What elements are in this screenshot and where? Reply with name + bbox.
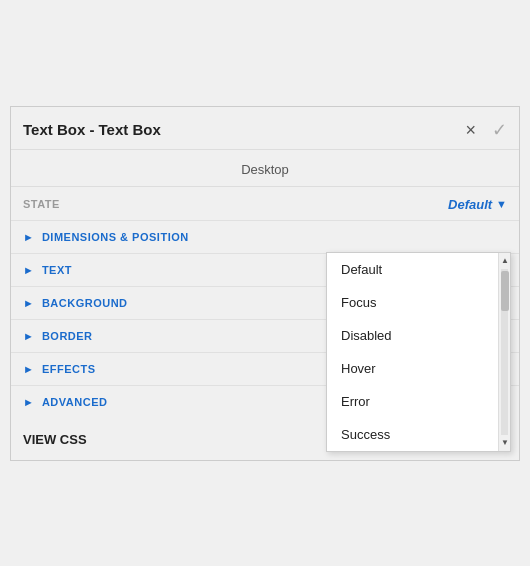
chevron-right-icon: ► [23,264,34,276]
panel-title: Text Box - Text Box [23,121,161,138]
section-label-background: BACKGROUND [42,297,128,309]
state-section-label: STATE [23,198,60,210]
dropdown-item-hover[interactable]: Hover [327,352,498,385]
state-row: STATE Default ▼ [11,187,519,220]
chevron-right-icon: ► [23,231,34,243]
section-label-text: TEXT [42,264,72,276]
close-button[interactable]: × [465,121,476,139]
device-label: Desktop [241,162,289,177]
dropdown-item-disabled[interactable]: Disabled [327,319,498,352]
scrollbar-track [501,269,508,435]
dropdown-scrollbar: ▲ ▼ [498,253,510,451]
section-label-effects: EFFECTS [42,363,96,375]
dropdown-item-success[interactable]: Success [327,418,498,451]
properties-panel: Text Box - Text Box × ✓ Desktop STATE De… [10,106,520,461]
dropdown-item-focus[interactable]: Focus [327,286,498,319]
section-dimensions[interactable]: ► DIMENSIONS & POSITION [11,220,519,253]
section-label-dimensions: DIMENSIONS & POSITION [42,231,189,243]
dropdown-content: Default Focus Disabled Hover Error Succe… [327,253,498,451]
scrollbar-thumb [501,271,509,311]
chevron-right-icon: ► [23,330,34,342]
chevron-down-icon: ▼ [496,198,507,210]
state-dropdown-overlay: Default Focus Disabled Hover Error Succe… [326,252,511,452]
panel-header: Text Box - Text Box × ✓ [11,107,519,150]
scrollbar-up-button[interactable]: ▲ [499,253,511,269]
header-actions: × ✓ [465,121,507,139]
dropdown-item-error[interactable]: Error [327,385,498,418]
device-bar: Desktop [11,150,519,187]
state-selected-value: Default [448,197,492,212]
dropdown-item-default[interactable]: Default [327,253,498,286]
chevron-right-icon: ► [23,297,34,309]
view-css-label: VIEW CSS [23,432,87,447]
section-label-advanced: ADVANCED [42,396,108,408]
state-dropdown-button[interactable]: Default ▼ [448,197,507,212]
section-label-border: BORDER [42,330,93,342]
check-button[interactable]: ✓ [492,121,507,139]
chevron-right-icon: ► [23,396,34,408]
dropdown-list: Default Focus Disabled Hover Error Succe… [327,253,498,451]
chevron-right-icon: ► [23,363,34,375]
scrollbar-down-button[interactable]: ▼ [499,435,511,451]
